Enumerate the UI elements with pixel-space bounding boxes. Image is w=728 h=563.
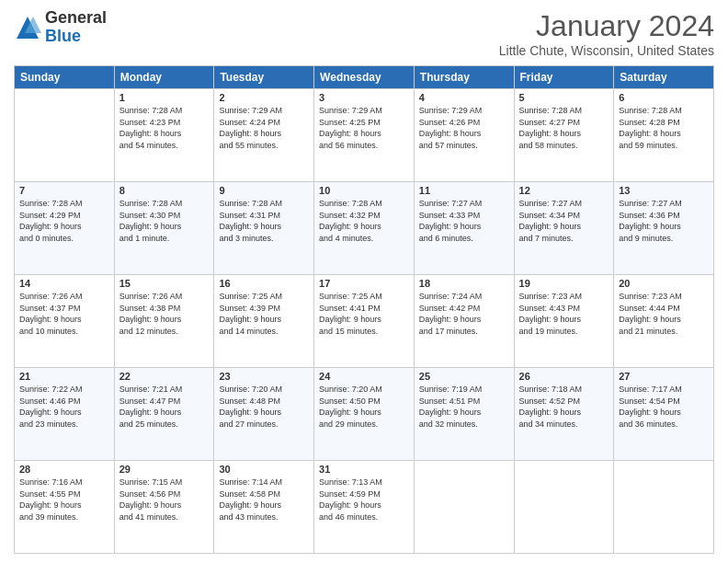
table-row: 23Sunrise: 7:20 AM Sunset: 4:48 PM Dayli… bbox=[214, 368, 314, 461]
day-number: 14 bbox=[19, 278, 109, 289]
day-number: 7 bbox=[19, 185, 109, 196]
calendar-week-row: 28Sunrise: 7:16 AM Sunset: 4:55 PM Dayli… bbox=[15, 461, 714, 554]
table-row: 1Sunrise: 7:28 AM Sunset: 4:23 PM Daylig… bbox=[114, 89, 214, 182]
table-row: 16Sunrise: 7:25 AM Sunset: 4:39 PM Dayli… bbox=[214, 275, 314, 368]
day-info: Sunrise: 7:19 AM Sunset: 4:51 PM Dayligh… bbox=[419, 384, 509, 430]
day-number: 22 bbox=[119, 371, 210, 382]
calendar-week-row: 1Sunrise: 7:28 AM Sunset: 4:23 PM Daylig… bbox=[15, 89, 714, 182]
table-row: 29Sunrise: 7:15 AM Sunset: 4:56 PM Dayli… bbox=[114, 461, 214, 554]
header-tuesday: Tuesday bbox=[214, 66, 314, 89]
day-number: 11 bbox=[419, 185, 509, 196]
logo-icon bbox=[14, 14, 41, 41]
day-number: 23 bbox=[219, 371, 309, 382]
header-thursday: Thursday bbox=[414, 66, 514, 89]
title-block: January 2024 Little Chute, Wisconsin, Un… bbox=[499, 9, 714, 58]
day-number: 12 bbox=[519, 185, 609, 196]
day-number: 4 bbox=[419, 92, 509, 103]
table-row: 14Sunrise: 7:26 AM Sunset: 4:37 PM Dayli… bbox=[15, 275, 115, 368]
day-number: 10 bbox=[319, 185, 409, 196]
day-number: 18 bbox=[419, 278, 509, 289]
table-row: 17Sunrise: 7:25 AM Sunset: 4:41 PM Dayli… bbox=[314, 275, 415, 368]
day-number: 13 bbox=[619, 185, 709, 196]
table-row: 22Sunrise: 7:21 AM Sunset: 4:47 PM Dayli… bbox=[114, 368, 214, 461]
table-row bbox=[414, 461, 514, 554]
table-row: 3Sunrise: 7:29 AM Sunset: 4:25 PM Daylig… bbox=[314, 89, 415, 182]
logo-blue: Blue bbox=[45, 28, 107, 46]
day-info: Sunrise: 7:28 AM Sunset: 4:28 PM Dayligh… bbox=[619, 105, 709, 151]
day-number: 28 bbox=[19, 464, 109, 475]
day-info: Sunrise: 7:25 AM Sunset: 4:41 PM Dayligh… bbox=[319, 291, 409, 337]
day-info: Sunrise: 7:28 AM Sunset: 4:30 PM Dayligh… bbox=[119, 198, 210, 244]
day-number: 26 bbox=[519, 371, 609, 382]
table-row: 27Sunrise: 7:17 AM Sunset: 4:54 PM Dayli… bbox=[614, 368, 714, 461]
day-number: 15 bbox=[119, 278, 210, 289]
day-number: 6 bbox=[619, 92, 709, 103]
day-number: 21 bbox=[19, 371, 109, 382]
day-number: 24 bbox=[319, 371, 409, 382]
calendar-header-row: Sunday Monday Tuesday Wednesday Thursday… bbox=[15, 66, 714, 89]
table-row: 8Sunrise: 7:28 AM Sunset: 4:30 PM Daylig… bbox=[114, 182, 214, 275]
day-info: Sunrise: 7:23 AM Sunset: 4:43 PM Dayligh… bbox=[519, 291, 609, 337]
day-number: 2 bbox=[219, 92, 309, 103]
day-info: Sunrise: 7:28 AM Sunset: 4:32 PM Dayligh… bbox=[319, 198, 409, 244]
day-number: 29 bbox=[119, 464, 210, 475]
table-row: 6Sunrise: 7:28 AM Sunset: 4:28 PM Daylig… bbox=[614, 89, 714, 182]
month-year: January 2024 bbox=[499, 9, 714, 43]
table-row: 20Sunrise: 7:23 AM Sunset: 4:44 PM Dayli… bbox=[614, 275, 714, 368]
day-info: Sunrise: 7:21 AM Sunset: 4:47 PM Dayligh… bbox=[119, 384, 210, 430]
table-row: 18Sunrise: 7:24 AM Sunset: 4:42 PM Dayli… bbox=[414, 275, 514, 368]
table-row: 2Sunrise: 7:29 AM Sunset: 4:24 PM Daylig… bbox=[214, 89, 314, 182]
day-info: Sunrise: 7:28 AM Sunset: 4:27 PM Dayligh… bbox=[519, 105, 609, 151]
table-row: 11Sunrise: 7:27 AM Sunset: 4:33 PM Dayli… bbox=[414, 182, 514, 275]
day-info: Sunrise: 7:22 AM Sunset: 4:46 PM Dayligh… bbox=[19, 384, 109, 430]
day-info: Sunrise: 7:23 AM Sunset: 4:44 PM Dayligh… bbox=[619, 291, 709, 337]
day-info: Sunrise: 7:28 AM Sunset: 4:29 PM Dayligh… bbox=[19, 198, 109, 244]
day-info: Sunrise: 7:29 AM Sunset: 4:25 PM Dayligh… bbox=[319, 105, 409, 151]
header-monday: Monday bbox=[114, 66, 214, 89]
calendar-week-row: 21Sunrise: 7:22 AM Sunset: 4:46 PM Dayli… bbox=[15, 368, 714, 461]
header: General Blue January 2024 Little Chute, … bbox=[14, 9, 714, 58]
day-number: 25 bbox=[419, 371, 509, 382]
table-row: 10Sunrise: 7:28 AM Sunset: 4:32 PM Dayli… bbox=[314, 182, 415, 275]
table-row bbox=[15, 89, 115, 182]
day-info: Sunrise: 7:16 AM Sunset: 4:55 PM Dayligh… bbox=[19, 477, 109, 523]
table-row: 21Sunrise: 7:22 AM Sunset: 4:46 PM Dayli… bbox=[15, 368, 115, 461]
day-info: Sunrise: 7:29 AM Sunset: 4:26 PM Dayligh… bbox=[419, 105, 509, 151]
table-row bbox=[614, 461, 714, 554]
day-number: 27 bbox=[619, 371, 709, 382]
day-info: Sunrise: 7:27 AM Sunset: 4:33 PM Dayligh… bbox=[419, 198, 509, 244]
table-row: 26Sunrise: 7:18 AM Sunset: 4:52 PM Dayli… bbox=[514, 368, 614, 461]
page: General Blue January 2024 Little Chute, … bbox=[0, 0, 728, 563]
table-row: 15Sunrise: 7:26 AM Sunset: 4:38 PM Dayli… bbox=[114, 275, 214, 368]
day-info: Sunrise: 7:20 AM Sunset: 4:48 PM Dayligh… bbox=[219, 384, 309, 430]
day-number: 19 bbox=[519, 278, 609, 289]
table-row: 7Sunrise: 7:28 AM Sunset: 4:29 PM Daylig… bbox=[15, 182, 115, 275]
day-info: Sunrise: 7:29 AM Sunset: 4:24 PM Dayligh… bbox=[219, 105, 309, 151]
day-number: 1 bbox=[119, 92, 210, 103]
day-info: Sunrise: 7:14 AM Sunset: 4:58 PM Dayligh… bbox=[219, 477, 309, 523]
table-row: 24Sunrise: 7:20 AM Sunset: 4:50 PM Dayli… bbox=[314, 368, 415, 461]
day-info: Sunrise: 7:24 AM Sunset: 4:42 PM Dayligh… bbox=[419, 291, 509, 337]
logo: General Blue bbox=[14, 9, 107, 46]
day-number: 17 bbox=[319, 278, 409, 289]
day-info: Sunrise: 7:28 AM Sunset: 4:23 PM Dayligh… bbox=[119, 105, 210, 151]
day-info: Sunrise: 7:13 AM Sunset: 4:59 PM Dayligh… bbox=[319, 477, 409, 523]
day-info: Sunrise: 7:27 AM Sunset: 4:36 PM Dayligh… bbox=[619, 198, 709, 244]
header-saturday: Saturday bbox=[614, 66, 714, 89]
header-friday: Friday bbox=[514, 66, 614, 89]
header-wednesday: Wednesday bbox=[314, 66, 415, 89]
calendar-week-row: 7Sunrise: 7:28 AM Sunset: 4:29 PM Daylig… bbox=[15, 182, 714, 275]
location: Little Chute, Wisconsin, United States bbox=[499, 43, 714, 58]
calendar: Sunday Monday Tuesday Wednesday Thursday… bbox=[14, 65, 714, 554]
day-info: Sunrise: 7:15 AM Sunset: 4:56 PM Dayligh… bbox=[119, 477, 210, 523]
table-row: 4Sunrise: 7:29 AM Sunset: 4:26 PM Daylig… bbox=[414, 89, 514, 182]
table-row: 28Sunrise: 7:16 AM Sunset: 4:55 PM Dayli… bbox=[15, 461, 115, 554]
day-number: 30 bbox=[219, 464, 309, 475]
table-row: 30Sunrise: 7:14 AM Sunset: 4:58 PM Dayli… bbox=[214, 461, 314, 554]
day-info: Sunrise: 7:26 AM Sunset: 4:37 PM Dayligh… bbox=[19, 291, 109, 337]
day-info: Sunrise: 7:17 AM Sunset: 4:54 PM Dayligh… bbox=[619, 384, 709, 430]
day-number: 20 bbox=[619, 278, 709, 289]
day-info: Sunrise: 7:18 AM Sunset: 4:52 PM Dayligh… bbox=[519, 384, 609, 430]
day-info: Sunrise: 7:26 AM Sunset: 4:38 PM Dayligh… bbox=[119, 291, 210, 337]
day-info: Sunrise: 7:20 AM Sunset: 4:50 PM Dayligh… bbox=[319, 384, 409, 430]
